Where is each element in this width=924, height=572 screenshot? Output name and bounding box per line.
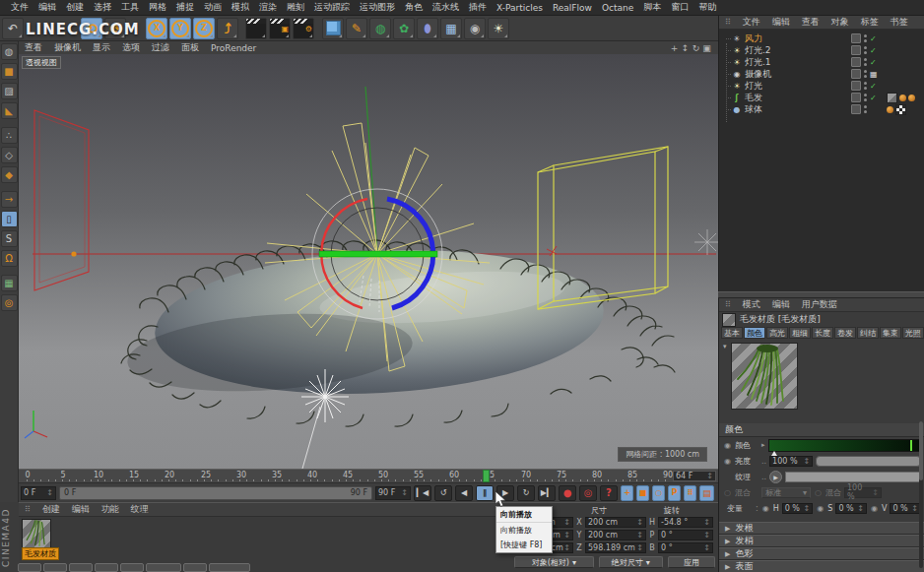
record-keyframe-button[interactable]: ●: [559, 485, 576, 501]
v-variation-field[interactable]: 0 %↕: [890, 503, 921, 514]
key-scale-toggle[interactable]: ■: [636, 485, 649, 501]
material-name-label[interactable]: 毛发材质: [22, 547, 59, 560]
material-preview[interactable]: [731, 343, 798, 410]
next-frame-button[interactable]: ▶: [496, 485, 514, 501]
menu-animate[interactable]: 动画: [199, 1, 227, 14]
mini-tab[interactable]: [69, 563, 93, 572]
key-position-toggle[interactable]: +: [621, 485, 633, 501]
previous-frame-button[interactable]: ◀: [455, 485, 473, 501]
menu-select[interactable]: 选择: [89, 1, 116, 14]
zoom-view-icon[interactable]: ↕: [680, 43, 691, 53]
range-start-field[interactable]: 0 F ↕: [21, 486, 56, 500]
timeline-playhead[interactable]: [483, 470, 490, 482]
tab-thickness[interactable]: 粗细: [789, 327, 811, 339]
panel-grip-icon[interactable]: ⠿: [719, 18, 737, 27]
gizmo-y-band[interactable]: [319, 251, 437, 257]
om-menu-objects[interactable]: 对象: [825, 16, 855, 29]
object-row-light[interactable]: ☀ 灯光 ✓: [719, 80, 924, 92]
gradient-knot[interactable]: [771, 451, 777, 456]
coordinate-system-button[interactable]: ⤴: [217, 18, 238, 39]
rot-b-field[interactable]: 0 °↕: [658, 542, 713, 553]
mini-tab[interactable]: [146, 563, 181, 572]
menu-script[interactable]: 脚本: [638, 1, 666, 14]
rotate-tool-button[interactable]: ⟲: [81, 18, 102, 39]
stepper-icon[interactable]: ↕: [706, 472, 713, 480]
render-view-button[interactable]: [245, 18, 267, 39]
pause-button[interactable]: ∥: [476, 485, 494, 501]
vp-menu-options[interactable]: 选项: [116, 41, 146, 54]
light-button[interactable]: ☀: [488, 18, 509, 39]
hair-tag[interactable]: [899, 95, 906, 101]
current-frame-field[interactable]: 64 F ↕: [673, 471, 716, 481]
mini-tab[interactable]: [95, 563, 118, 572]
enable-snap-button[interactable]: Ω: [1, 250, 18, 267]
radio-icon[interactable]: ◉: [816, 504, 825, 513]
vp-menu-prorender[interactable]: ProRender: [205, 43, 262, 53]
menu-pipeline[interactable]: 流水线: [428, 1, 464, 14]
lock-workplane-button[interactable]: ▦: [1, 275, 18, 291]
mat-menu-texture[interactable]: 纹理: [125, 503, 155, 516]
menu-snap[interactable]: 捕捉: [171, 1, 199, 14]
apply-button[interactable]: 应用: [668, 556, 715, 568]
radio-icon[interactable]: ◉: [761, 504, 770, 513]
camera-button[interactable]: ◉: [464, 18, 486, 39]
visibility-dots[interactable]: [864, 94, 867, 101]
axis-mode-button[interactable]: →: [1, 191, 18, 208]
menu-mesh[interactable]: 网格: [144, 1, 171, 14]
visibility-dots[interactable]: [864, 105, 867, 113]
menu-mograph[interactable]: 运动图形: [355, 1, 400, 14]
tab-frizz[interactable]: 卷发: [834, 327, 856, 339]
tab-clump[interactable]: 集束: [880, 327, 901, 339]
tab-illumination[interactable]: 光照: [902, 327, 924, 339]
menu-create[interactable]: 创建: [61, 1, 89, 14]
edges-mode-button[interactable]: ◇: [1, 147, 18, 163]
undo-button[interactable]: ↶: [2, 18, 24, 39]
scale-tool-button[interactable]: ⟳: [104, 18, 126, 39]
viewport-solo-button[interactable]: ▯: [1, 211, 18, 227]
emitter-handle-dot[interactable]: [71, 251, 76, 256]
layer-swatch[interactable]: [851, 81, 861, 91]
mini-tab[interactable]: [183, 563, 207, 572]
layer-swatch[interactable]: [851, 33, 861, 43]
visibility-dots[interactable]: [864, 34, 867, 42]
vp-menu-filter[interactable]: 过滤: [146, 41, 175, 54]
brightness-field[interactable]: 100 %↕: [769, 456, 813, 467]
panel-grip-icon[interactable]: ⠿: [19, 505, 36, 514]
panel-resize-divider[interactable]: [718, 291, 924, 298]
object-row-hair[interactable]: ʃ 毛发 ✓: [719, 92, 924, 103]
menu-motion-tracker[interactable]: 运动跟踪: [309, 1, 355, 14]
color-gradient-control[interactable]: [768, 439, 921, 452]
enabled-check-icon[interactable]: ✓: [870, 34, 877, 43]
layer-swatch[interactable]: [851, 104, 861, 114]
visibility-dots[interactable]: [864, 70, 867, 78]
menu-sculpt[interactable]: 雕刻: [282, 1, 309, 14]
tab-kink[interactable]: 纠结: [857, 327, 879, 339]
om-menu-bookmarks[interactable]: 书签: [885, 16, 914, 29]
mini-tab[interactable]: [43, 563, 67, 572]
layer-swatch[interactable]: [851, 45, 861, 55]
section-hue[interactable]: ▶色彩: [719, 547, 924, 560]
texture-tag[interactable]: [895, 104, 906, 115]
layer-swatch[interactable]: [851, 69, 861, 79]
tab-specular[interactable]: 高光: [766, 327, 788, 339]
mini-tab[interactable]: [209, 563, 250, 572]
enabled-check-icon[interactable]: ✓: [870, 58, 877, 67]
section-roots[interactable]: ▶发根: [719, 522, 924, 535]
vp-menu-cameras[interactable]: 摄像机: [48, 41, 87, 54]
dynamics-tag[interactable]: [908, 95, 915, 101]
menu-file[interactable]: 文件: [6, 1, 33, 14]
record-options-button[interactable]: ?: [600, 485, 618, 501]
radio-icon[interactable]: ◉: [870, 504, 879, 513]
tab-basic[interactable]: 基本: [721, 327, 743, 339]
attr-menu-mode[interactable]: 模式: [737, 298, 766, 311]
range-end-field[interactable]: 90 F ↕: [375, 486, 411, 500]
render-picture-viewer-button[interactable]: ▣: [269, 18, 291, 39]
menu-realflow[interactable]: RealFlow: [548, 3, 597, 13]
radio-icon[interactable]: ◉: [723, 457, 732, 466]
texture-mode-button[interactable]: ▨: [1, 83, 18, 99]
spline-pen-button[interactable]: ✎: [346, 18, 367, 39]
section-surface[interactable]: ▶表面: [719, 560, 924, 572]
layer-swatch[interactable]: [851, 57, 861, 67]
pan-view-icon[interactable]: +: [669, 43, 680, 53]
go-to-end-button[interactable]: ▶▎: [538, 485, 556, 501]
